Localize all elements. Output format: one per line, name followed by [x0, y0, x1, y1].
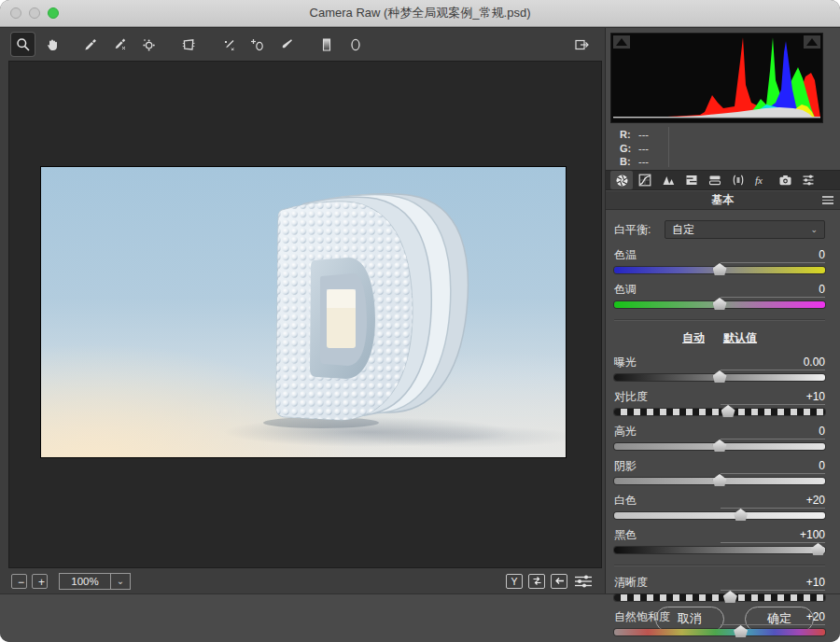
target-circle-icon [141, 37, 156, 52]
g-value: --- [638, 143, 649, 154]
swap-arrows-icon [532, 576, 542, 586]
slider-track[interactable] [614, 301, 825, 308]
slider-thumb[interactable] [713, 298, 727, 310]
fx-icon: fx [754, 174, 769, 187]
default-link[interactable]: 默认值 [723, 330, 757, 346]
zoom-tool[interactable] [11, 33, 35, 56]
stripes-icon [685, 174, 698, 187]
slider-thumb[interactable] [811, 543, 825, 555]
mountains-icon [662, 174, 675, 187]
slider-track[interactable] [614, 594, 825, 601]
highlight-clipping-warning[interactable] [804, 35, 820, 49]
slider-value[interactable]: 0 [721, 425, 825, 440]
canvas-footer: − + 100% ⌄ Y [0, 568, 605, 593]
panel-title: 基本 [712, 192, 735, 208]
close-button[interactable] [10, 7, 21, 19]
slider-value[interactable]: +20 [721, 610, 825, 625]
white-balance-tool[interactable] [78, 33, 102, 56]
slider-track[interactable] [614, 547, 825, 553]
tab-split-toning[interactable] [704, 171, 726, 189]
auto-link[interactable]: 自动 [682, 330, 705, 346]
slider-track[interactable] [614, 443, 825, 450]
image-canvas[interactable] [8, 61, 602, 568]
tab-hsl-grayscale[interactable] [680, 171, 703, 189]
svg-text:fx: fx [755, 174, 763, 186]
minimize-button[interactable] [29, 7, 40, 19]
zoom-in-button[interactable]: + [32, 574, 48, 589]
camera-raw-dialog: Camera Raw (种梦全局观案例_常规.psd) [0, 0, 840, 642]
aperture-icon [615, 174, 629, 188]
slider-thumb[interactable] [734, 509, 748, 521]
tab-basic[interactable] [610, 171, 633, 189]
spot-removal-tool[interactable] [217, 33, 240, 56]
slider-track[interactable] [614, 478, 825, 484]
slider-highlights: 高光0 [614, 424, 825, 450]
slider-label: 白色 [614, 493, 637, 509]
highlight-clipping-triangle-icon [806, 38, 818, 46]
slider-thumb[interactable] [713, 263, 727, 275]
slider-value[interactable]: +100 [721, 528, 825, 543]
slider-thumb[interactable] [713, 474, 727, 486]
slider-thumb[interactable] [713, 440, 727, 452]
slider-track[interactable] [614, 629, 825, 635]
zoom-level-value: 100% [59, 573, 111, 590]
preview-preferences-icon[interactable] [573, 574, 594, 589]
ellipse-icon [348, 37, 363, 52]
auto-default-row: 自动 默认值 [614, 330, 825, 346]
slider-thumb[interactable] [713, 370, 727, 383]
slider-value[interactable]: +10 [721, 390, 825, 405]
slider-track[interactable] [614, 512, 825, 519]
slider-label: 高光 [614, 424, 637, 440]
b-value: --- [638, 156, 649, 167]
magnifier-icon [16, 37, 31, 52]
slider-track[interactable] [614, 267, 825, 273]
divider [614, 565, 825, 566]
hand-tool[interactable] [40, 33, 63, 56]
slider-value[interactable]: +10 [721, 576, 825, 591]
copy-settings-button[interactable] [551, 574, 567, 589]
color-sampler-tool[interactable] [107, 33, 131, 56]
tab-camera-calibration[interactable] [774, 171, 796, 189]
window-title: Camera Raw (种梦全局观案例_常规.psd) [0, 5, 840, 21]
tab-effects[interactable]: fx [750, 171, 773, 189]
basic-panel-header: 基本 [606, 191, 840, 210]
slider-value[interactable]: 0.00 [721, 356, 825, 370]
camera-icon [778, 174, 792, 187]
tab-lens-corrections[interactable] [727, 171, 749, 189]
zoom-level-select[interactable]: 100% ⌄ [59, 573, 131, 590]
targeted-adjustment-tool[interactable] [136, 33, 160, 56]
tab-tone-curve[interactable] [634, 171, 656, 189]
preview-image[interactable] [40, 166, 567, 458]
before-after-label: Y [511, 576, 517, 587]
adjustment-brush-tool[interactable] [274, 33, 298, 56]
swap-before-after-button[interactable] [528, 574, 545, 589]
slider-exposure: 曝光0.00 [614, 355, 825, 381]
white-balance-select[interactable]: 自定 ⌄ [665, 220, 825, 239]
slider-label: 黑色 [614, 527, 637, 543]
color-sampler-icon [112, 37, 127, 52]
r-value: --- [638, 129, 649, 140]
tab-detail[interactable] [657, 171, 679, 189]
panel-menu-icon[interactable] [822, 196, 833, 204]
slider-thumb[interactable] [721, 405, 735, 417]
slider-value[interactable]: 0 [721, 283, 825, 298]
eyedropper-icon [83, 37, 98, 52]
red-eye-removal-tool[interactable] [245, 33, 269, 56]
toggle-fullscreen-button[interactable] [570, 33, 594, 56]
zoom-button[interactable] [48, 7, 59, 19]
slider-track[interactable] [614, 374, 825, 381]
slider-value[interactable]: 0 [721, 459, 825, 474]
tone-curve-icon [638, 174, 651, 187]
shadow-clipping-warning[interactable] [613, 35, 630, 49]
slider-thumb[interactable] [734, 625, 748, 637]
zoom-out-button[interactable]: − [11, 574, 27, 589]
before-after-view-button[interactable]: Y [506, 574, 523, 589]
slider-value[interactable]: +20 [721, 494, 825, 509]
tab-presets[interactable] [797, 171, 819, 189]
graduated-filter-tool[interactable] [315, 33, 338, 56]
slider-track[interactable] [614, 409, 825, 415]
radial-filter-tool[interactable] [343, 33, 367, 56]
slider-value[interactable]: 0 [721, 248, 825, 263]
slider-thumb[interactable] [723, 591, 737, 603]
transform-tool[interactable] [176, 33, 200, 56]
